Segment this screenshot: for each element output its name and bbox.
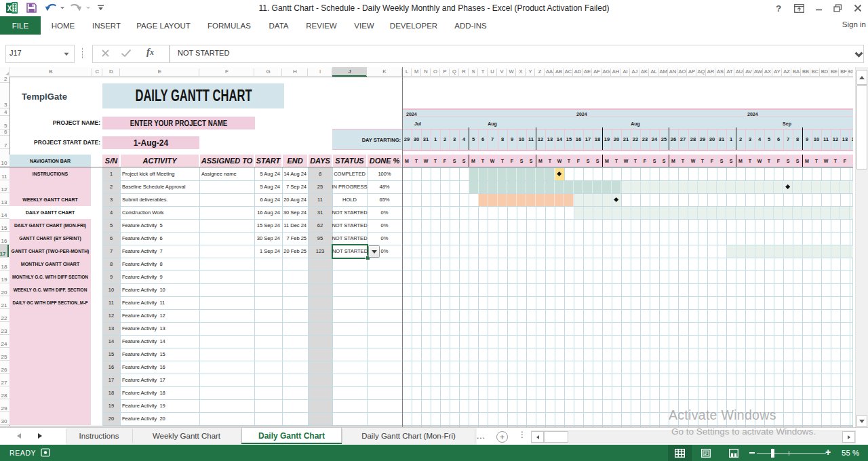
svg-text:X: X xyxy=(7,5,12,12)
